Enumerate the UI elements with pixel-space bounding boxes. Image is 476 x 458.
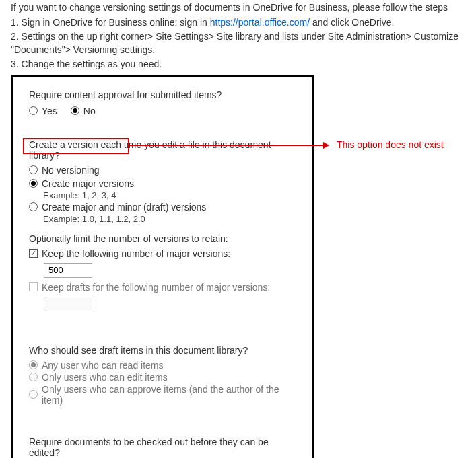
approval-section: Require content approval for submitted i…: [29, 89, 296, 118]
drafts-edit-label: Only users who can edit items: [42, 372, 168, 383]
annotation-text: This option does not exist: [337, 139, 444, 150]
minor-example: Example: 1.0, 1.1, 1.2, 2.0: [43, 214, 296, 224]
checkout-section: Require documents to be checked out befo…: [29, 436, 296, 458]
major-versions-option[interactable]: Create major versions: [29, 178, 296, 189]
versioning-section: Create a version each time you edit a fi…: [29, 139, 296, 224]
drafts-versions-input: [44, 297, 92, 311]
drafts-approve-option: Only users who can approve items (and th…: [29, 384, 296, 406]
step1-suffix: and click OneDrive.: [310, 17, 394, 28]
approval-question: Require content approval for submitted i…: [29, 89, 296, 100]
major-versions-label: Create major versions: [42, 178, 134, 189]
annotation-arrow-head-icon: [323, 142, 329, 149]
approval-yes-option[interactable]: Yes: [29, 106, 57, 116]
checkout-question: Require documents to be checked out befo…: [29, 436, 296, 458]
drafts-approve-label: Only users who can approve items (and th…: [42, 384, 296, 406]
step-3: 3. Change the settings as you need.: [11, 58, 465, 71]
checkbox-icon: [29, 249, 38, 258]
drafts-any-option: Any user who can read items: [29, 360, 296, 371]
keep-major-label: Keep the following number of major versi…: [42, 248, 230, 259]
no-versioning-label: No versioning: [42, 165, 100, 176]
approval-yes-label: Yes: [42, 106, 57, 116]
radio-icon: [29, 165, 38, 174]
drafts-edit-option: Only users who can edit items: [29, 372, 296, 383]
minor-versions-option[interactable]: Create major and minor (draft) versions: [29, 202, 296, 213]
radio-icon: [29, 106, 38, 115]
annotation-arrow-line: [129, 145, 325, 146]
major-versions-input[interactable]: [44, 263, 92, 278]
checkbox-icon: [29, 282, 38, 291]
drafts-question: Who should see draft items in this docum…: [29, 345, 296, 356]
minor-versions-label: Create major and minor (draft) versions: [42, 202, 206, 213]
drafts-visibility-section: Who should see draft items in this docum…: [29, 345, 296, 406]
drafts-any-label: Any user who can read items: [42, 360, 164, 371]
radio-icon: [29, 360, 38, 369]
major-example: Example: 1, 2, 3, 4: [43, 190, 296, 200]
keep-major-option[interactable]: Keep the following number of major versi…: [29, 248, 296, 259]
step1-prefix: 1. Sign in OneDrive for Business online:…: [11, 17, 210, 28]
no-versioning-option[interactable]: No versioning: [29, 165, 296, 176]
keep-drafts-label: Keep drafts for the following number of …: [42, 282, 270, 293]
intro-line: If you want to change versioning setting…: [11, 1, 465, 15]
limits-heading: Optionally limit the number of versions …: [29, 233, 296, 244]
approval-no-option[interactable]: No: [71, 106, 96, 116]
keep-drafts-option[interactable]: Keep drafts for the following number of …: [29, 282, 296, 293]
step-1: 1. Sign in OneDrive for Business online:…: [11, 16, 465, 30]
limits-section: Optionally limit the number of versions …: [29, 233, 296, 311]
radio-icon: [29, 202, 38, 211]
versioning-question: Create a version each time you edit a fi…: [29, 139, 296, 161]
step-2: 2. Settings on the up right corner> Site…: [11, 30, 465, 56]
radio-icon: [71, 106, 79, 115]
settings-panel: Require content approval for submitted i…: [11, 75, 314, 458]
radio-icon: [29, 179, 38, 188]
radio-icon: [29, 390, 38, 399]
radio-icon: [29, 373, 38, 381]
portal-link[interactable]: https://portal.office.com/: [210, 17, 310, 28]
instructions-block: If you want to change versioning setting…: [0, 1, 476, 71]
approval-no-label: No: [83, 106, 96, 116]
